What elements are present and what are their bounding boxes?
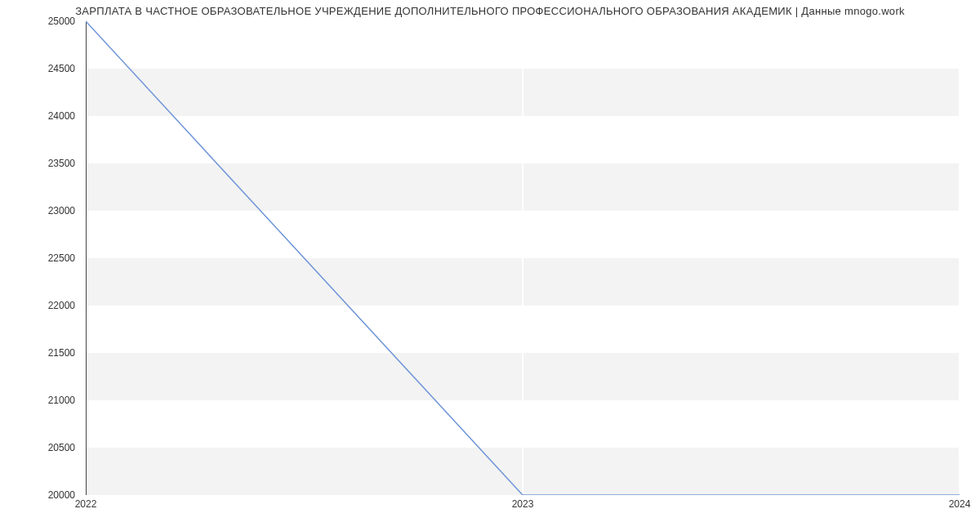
chart-title: ЗАРПЛАТА В ЧАСТНОЕ ОБРАЗОВАТЕЛЬНОЕ УЧРЕЖ… <box>0 5 980 17</box>
y-tick-label: 21500 <box>48 347 75 359</box>
y-axis-ticks: 2000020500210002150022000225002300023500… <box>0 21 82 495</box>
y-tick-label: 20500 <box>48 442 75 453</box>
y-tick-label: 23000 <box>48 205 75 216</box>
y-tick-label: 24500 <box>48 63 75 74</box>
plot-area <box>86 21 960 495</box>
x-tick-label: 2023 <box>512 498 534 510</box>
x-tick-label: 2024 <box>949 498 971 510</box>
y-tick-label: 22500 <box>48 252 75 264</box>
salary-line-chart: ЗАРПЛАТА В ЧАСТНОЕ ОБРАЗОВАТЕЛЬНОЕ УЧРЕЖ… <box>0 0 980 531</box>
y-tick-label: 23500 <box>48 158 75 169</box>
y-tick-label: 20000 <box>48 489 75 501</box>
x-tick-label: 2022 <box>75 498 97 510</box>
x-axis-ticks: 202220232024 <box>86 498 960 523</box>
y-tick-label: 22000 <box>48 300 75 311</box>
y-tick-label: 24000 <box>48 110 75 122</box>
y-tick-label: 21000 <box>48 395 75 406</box>
y-tick-label: 25000 <box>48 16 75 27</box>
